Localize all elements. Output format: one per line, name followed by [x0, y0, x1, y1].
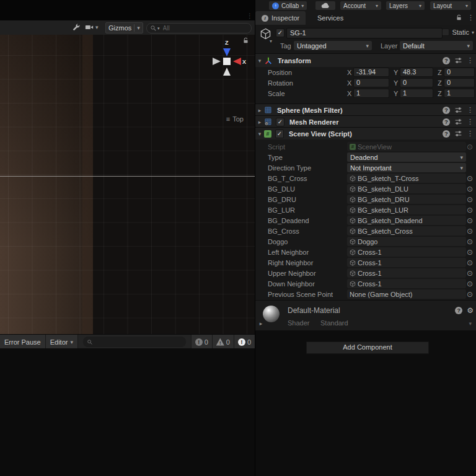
error-count: 0 [247, 338, 251, 346]
gizmo-center-cube[interactable] [223, 58, 231, 65]
object-field[interactable]: BG_sketch_T-Cross [347, 174, 466, 183]
console-search-input[interactable] [93, 338, 182, 346]
object-field[interactable]: BG_sketch_LUR [347, 205, 466, 214]
gizmo-x-axis-cone[interactable] [233, 58, 241, 65]
mesh-filter-header[interactable]: ▸ Sphere (Mesh Filter) ? ⋮ [255, 104, 476, 116]
position-z-field[interactable]: 0 [444, 68, 475, 77]
direction-type-dropdown[interactable]: Not Important ▾ [347, 163, 466, 172]
gameobject-name-field[interactable]: SG-1 [286, 28, 443, 38]
object-field[interactable]: Cross-1 [347, 258, 466, 267]
layers-dropdown[interactable]: Layers ▾ [386, 1, 425, 10]
script-foldout-icon[interactable]: ▾ [255, 131, 264, 137]
editor-dropdown[interactable]: Editor ▾ [46, 335, 78, 349]
object-field[interactable]: Doggo [347, 237, 466, 246]
gameobject-active-checkbox[interactable]: ✓ [276, 29, 284, 37]
object-field[interactable]: BG_sketch_DLU [347, 184, 466, 193]
help-icon[interactable]: ? [443, 57, 450, 64]
presets-icon[interactable] [454, 56, 462, 64]
transform-foldout-icon[interactable]: ▾ [255, 58, 264, 64]
object-field[interactable]: BG_sketch_Deadend [347, 216, 466, 225]
pane-menu-icon[interactable]: ⋮ [247, 12, 253, 19]
object-picker-icon[interactable]: ⊙ [467, 280, 473, 288]
help-icon[interactable]: ? [443, 130, 450, 138]
scene-camera-button[interactable]: ▾ [85, 20, 99, 34]
object-picker-icon[interactable]: ⊙ [467, 206, 473, 214]
component-menu-icon[interactable]: ⋮ [467, 106, 474, 114]
orientation-gizmo[interactable]: Z X [208, 38, 246, 86]
mesh-renderer-foldout-icon[interactable]: ▸ [255, 119, 264, 125]
object-picker-icon[interactable]: ⊙ [467, 258, 473, 267]
type-dropdown[interactable]: Deadend ▾ [347, 152, 466, 162]
transform-header[interactable]: ▾ Transform ? ⋮ [255, 53, 476, 67]
view-mode-menu[interactable]: ≡ Top [226, 115, 244, 123]
help-icon[interactable]: ? [443, 118, 450, 126]
console-info-counter[interactable]: ! 0 [191, 335, 212, 349]
position-y-field[interactable]: 48.3 [400, 68, 433, 77]
gizmo-down-cone[interactable] [223, 68, 231, 76]
tag-dropdown[interactable]: Untagged ▾ [294, 41, 372, 50]
inspector-menu-icon[interactable]: ⋮ [467, 14, 474, 22]
gear-icon[interactable]: ⚙ [467, 306, 474, 315]
rotation-z-field[interactable]: 0 [444, 78, 475, 87]
component-menu-icon[interactable]: ⋮ [467, 130, 474, 138]
presets-icon[interactable] [454, 130, 462, 138]
presets-icon[interactable] [454, 106, 462, 114]
object-picker-icon[interactable]: ⊙ [467, 237, 473, 246]
rotation-x-field[interactable]: 0 [353, 78, 389, 87]
object-picker-icon[interactable]: ⊙ [467, 185, 473, 193]
add-component-button[interactable]: Add Component [306, 342, 429, 354]
error-pause-button[interactable]: Error Pause [0, 335, 46, 349]
layout-dropdown[interactable]: Layout ▾ [430, 1, 471, 10]
component-menu-icon[interactable]: ⋮ [467, 56, 474, 64]
scale-z-field[interactable]: 1 [444, 89, 475, 98]
object-picker-icon[interactable]: ⊙ [467, 216, 473, 225]
scale-x-field[interactable]: 1 [353, 89, 389, 98]
scene-search-field[interactable]: ▾ [146, 23, 252, 33]
help-icon[interactable]: ? [455, 307, 462, 314]
component-menu-icon[interactable]: ⋮ [467, 118, 474, 126]
material-foldout-icon[interactable]: ▸ [257, 320, 265, 327]
scale-y-field[interactable]: 1 [400, 89, 433, 98]
gizmo-left-cone[interactable] [213, 58, 221, 65]
scene-search-input[interactable] [162, 24, 248, 32]
collab-button[interactable]: ↑ Collab ▾ [269, 1, 307, 10]
mesh-renderer-enabled-checkbox[interactable]: ✓ [276, 118, 284, 126]
object-picker-icon[interactable]: ⊙ [467, 248, 473, 257]
static-checkbox[interactable] [442, 29, 449, 36]
object-picker-icon[interactable]: ⊙ [467, 195, 473, 204]
gizmos-dropdown[interactable]: Gizmos ▾ [105, 22, 143, 33]
object-picker-icon[interactable]: ⊙ [467, 227, 473, 236]
object-field[interactable]: BG_sketch_Cross [347, 226, 466, 236]
object-field[interactable]: Cross-1 [347, 247, 466, 257]
position-x-field[interactable]: -31.94 [353, 68, 389, 77]
scene-tools-button[interactable] [72, 20, 81, 34]
scene-viewport[interactable]: Z X ≡ Top [0, 35, 255, 334]
scene-view-script-header[interactable]: ▾ # ✓ Scene View (Script) ? ⋮ [255, 127, 476, 139]
object-field[interactable]: None (Game Object) [347, 289, 466, 299]
static-dropdown[interactable]: Static ▾ [442, 29, 474, 36]
mesh-filter-foldout-icon[interactable]: ▸ [255, 107, 264, 113]
help-icon[interactable]: ? [443, 107, 450, 114]
object-picker-icon[interactable]: ⊙ [467, 290, 473, 299]
layer-value: Default [403, 42, 425, 50]
tab-inspector[interactable]: i Inspector [255, 11, 306, 25]
console-search-field[interactable] [83, 337, 186, 347]
object-picker-icon[interactable]: ⊙ [467, 174, 473, 183]
object-picker-icon[interactable]: ⊙ [467, 269, 473, 278]
object-field[interactable]: Cross-1 [347, 279, 466, 288]
object-field[interactable]: Cross-1 [347, 268, 466, 278]
script-enabled-checkbox[interactable]: ✓ [275, 130, 284, 138]
rotation-y-field[interactable]: 0 [400, 78, 433, 87]
object-field[interactable]: BG_sketch_DRU [347, 195, 466, 204]
layer-dropdown[interactable]: Default ▾ [400, 41, 473, 50]
console-warning-counter[interactable]: ! 0 [212, 335, 234, 349]
cloud-button[interactable] [315, 1, 335, 10]
account-dropdown[interactable]: Account ▾ [340, 1, 381, 10]
inspector-lock-icon[interactable] [456, 14, 462, 21]
console-error-counter[interactable]: ! 0 [234, 335, 255, 349]
gizmo-z-axis-cone[interactable] [223, 48, 231, 56]
tab-services[interactable]: Services [311, 11, 350, 25]
mesh-renderer-header[interactable]: ▸ ✓ Mesh Renderer ? ⋮ [255, 115, 476, 128]
presets-icon[interactable] [454, 118, 462, 126]
material-preview-sphere[interactable] [263, 306, 280, 322]
